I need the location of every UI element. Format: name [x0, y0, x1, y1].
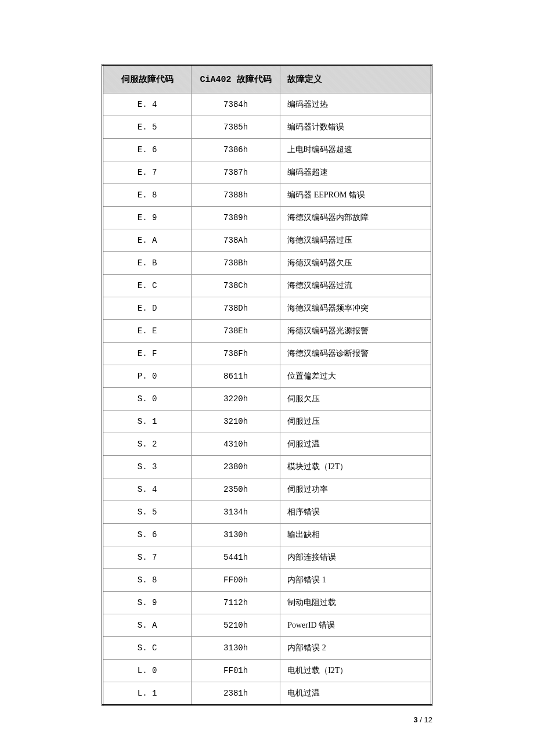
cell-cia402-code: 3134h — [192, 501, 280, 524]
table-row: S. 24310h伺服过温 — [103, 433, 432, 456]
cell-cia402-code: 3210h — [192, 411, 280, 433]
cell-fault-definition: 海德汉编码器内部故障 — [280, 207, 432, 229]
cell-cia402-code: 738Fh — [192, 343, 280, 365]
cell-cia402-code: 738Eh — [192, 320, 280, 343]
cell-fault-definition: 伺服过功率 — [280, 478, 432, 501]
cell-fault-definition: 海德汉编码器过压 — [280, 229, 432, 252]
cell-cia402-code: 3220h — [192, 388, 280, 411]
cell-cia402-code: 5441h — [192, 546, 280, 569]
cell-cia402-code: 7112h — [192, 592, 280, 614]
table-row: E. 67386h上电时编码器超速 — [103, 139, 432, 161]
table-row: E. C738Ch海德汉编码器过流 — [103, 275, 432, 297]
table-row: E. 87388h编码器 EEPROM 错误 — [103, 184, 432, 207]
cell-servo-code: P. 0 — [103, 365, 192, 388]
table-row: E. B738Bh海德汉编码器欠压 — [103, 252, 432, 275]
page-current: 3 — [413, 715, 417, 724]
table-row: S. A5210hPowerID 错误 — [103, 614, 432, 637]
cell-servo-code: E. 4 — [103, 93, 192, 116]
cell-cia402-code: 2380h — [192, 456, 280, 478]
table-row: E. D738Dh海德汉编码器频率冲突 — [103, 297, 432, 320]
fault-code-table: 伺服故障代码 CiA402 故障代码 故障定义 E. 47384h编码器过热E.… — [102, 64, 432, 706]
cell-fault-definition: 编码器超速 — [280, 161, 432, 184]
cell-servo-code: S. C — [103, 637, 192, 660]
table-row: S. 63130h输出缺相 — [103, 524, 432, 546]
cell-cia402-code: 5210h — [192, 614, 280, 637]
cell-fault-definition: 电机过载（I2T） — [280, 660, 432, 682]
cell-servo-code: E. E — [103, 320, 192, 343]
cell-servo-code: S. 6 — [103, 524, 192, 546]
cell-cia402-code: 738Ah — [192, 229, 280, 252]
cell-servo-code: E. 8 — [103, 184, 192, 207]
cell-servo-code: S. 2 — [103, 433, 192, 456]
header-fault-definition: 故障定义 — [280, 65, 432, 93]
table-row: E. F738Fh海德汉编码器诊断报警 — [103, 343, 432, 365]
cell-servo-code: E. 7 — [103, 161, 192, 184]
table-row: S. 42350h伺服过功率 — [103, 478, 432, 501]
page-total: 12 — [424, 715, 432, 724]
cell-fault-definition: 位置偏差过大 — [280, 365, 432, 388]
cell-fault-definition: 编码器计数错误 — [280, 116, 432, 139]
cell-servo-code: E. D — [103, 297, 192, 320]
cell-servo-code: S. 8 — [103, 569, 192, 592]
cell-servo-code: S. 0 — [103, 388, 192, 411]
cell-fault-definition: 伺服欠压 — [280, 388, 432, 411]
table-row: P. 08611h位置偏差过大 — [103, 365, 432, 388]
cell-servo-code: S. 1 — [103, 411, 192, 433]
cell-cia402-code: 7385h — [192, 116, 280, 139]
page-separator: / — [418, 715, 424, 724]
table-row: S. C3130h内部错误 2 — [103, 637, 432, 660]
cell-servo-code: E. 5 — [103, 116, 192, 139]
cell-cia402-code: 7388h — [192, 184, 280, 207]
cell-cia402-code: 8611h — [192, 365, 280, 388]
cell-cia402-code: 738Bh — [192, 252, 280, 275]
cell-fault-definition: 编码器过热 — [280, 93, 432, 116]
cell-fault-definition: 模块过载（I2T） — [280, 456, 432, 478]
cell-fault-definition: 制动电阻过载 — [280, 592, 432, 614]
cell-cia402-code: 2350h — [192, 478, 280, 501]
table-row: S. 32380h模块过载（I2T） — [103, 456, 432, 478]
cell-cia402-code: 738Dh — [192, 297, 280, 320]
cell-fault-definition: 内部错误 2 — [280, 637, 432, 660]
header-servo-code: 伺服故障代码 — [103, 65, 192, 93]
cell-cia402-code: 7384h — [192, 93, 280, 116]
cell-servo-code: S. 9 — [103, 592, 192, 614]
cell-servo-code: E. 9 — [103, 207, 192, 229]
cell-cia402-code: 3130h — [192, 637, 280, 660]
cell-fault-definition: 内部错误 1 — [280, 569, 432, 592]
cell-cia402-code: 738Ch — [192, 275, 280, 297]
table-row: E. 77387h编码器超速 — [103, 161, 432, 184]
table-row: L. 0FF01h电机过载（I2T） — [103, 660, 432, 682]
table-header-row: 伺服故障代码 CiA402 故障代码 故障定义 — [103, 65, 432, 93]
cell-cia402-code: 7387h — [192, 161, 280, 184]
cell-cia402-code: 2381h — [192, 682, 280, 705]
table-row: E. A738Ah海德汉编码器过压 — [103, 229, 432, 252]
cell-cia402-code: 7389h — [192, 207, 280, 229]
cell-servo-code: L. 1 — [103, 682, 192, 705]
cell-cia402-code: 7386h — [192, 139, 280, 161]
page-container: 伺服故障代码 CiA402 故障代码 故障定义 E. 47384h编码器过热E.… — [0, 0, 534, 706]
cell-fault-definition: 编码器 EEPROM 错误 — [280, 184, 432, 207]
table-row: S. 03220h伺服欠压 — [103, 388, 432, 411]
cell-servo-code: S. 3 — [103, 456, 192, 478]
cell-fault-definition: 上电时编码器超速 — [280, 139, 432, 161]
table-row: S. 53134h相序错误 — [103, 501, 432, 524]
cell-servo-code: S. 4 — [103, 478, 192, 501]
cell-servo-code: L. 0 — [103, 660, 192, 682]
cell-servo-code: E. F — [103, 343, 192, 365]
cell-fault-definition: 相序错误 — [280, 501, 432, 524]
page-footer: 3 / 12 — [413, 715, 432, 724]
cell-cia402-code: 3130h — [192, 524, 280, 546]
cell-fault-definition: PowerID 错误 — [280, 614, 432, 637]
table-row: S. 97112h制动电阻过载 — [103, 592, 432, 614]
cell-servo-code: E. 6 — [103, 139, 192, 161]
cell-fault-definition: 海德汉编码器频率冲突 — [280, 297, 432, 320]
cell-fault-definition: 伺服过压 — [280, 411, 432, 433]
cell-servo-code: E. C — [103, 275, 192, 297]
cell-cia402-code: FF01h — [192, 660, 280, 682]
cell-fault-definition: 海德汉编码器诊断报警 — [280, 343, 432, 365]
table-row: S. 75441h内部连接错误 — [103, 546, 432, 569]
cell-cia402-code: FF00h — [192, 569, 280, 592]
cell-fault-definition: 电机过温 — [280, 682, 432, 705]
cell-servo-code: S. 5 — [103, 501, 192, 524]
cell-fault-definition: 海德汉编码器过流 — [280, 275, 432, 297]
